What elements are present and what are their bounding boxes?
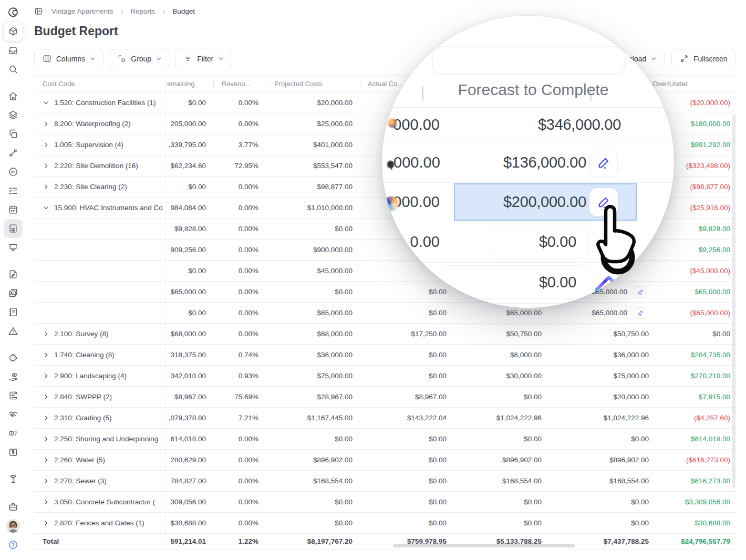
filter-button[interactable]: Filter: [175, 49, 232, 68]
expand-chevron-icon[interactable]: [43, 499, 54, 505]
over_under-cell: ($45,000.00): [650, 261, 738, 281]
projected-cell: $0.00: [266, 219, 360, 239]
edit-pencil-button[interactable]: [589, 188, 618, 216]
sidebar-item-cash-flow[interactable]: [4, 424, 23, 443]
table-row: 2.100: Survey (8)$68,000.000.00%$68,000.…: [34, 324, 738, 345]
sidebar-item-photos[interactable]: [4, 284, 23, 303]
expand-chevron-icon[interactable]: [43, 351, 54, 358]
magnified-row-separator: [382, 143, 674, 143]
remaining-cell: 614,018.00: [165, 429, 213, 449]
sidebar-item-commitments[interactable]: [4, 405, 23, 424]
sidebar-item-inbox[interactable]: [4, 41, 23, 60]
sidebar-item-help[interactable]: [4, 535, 23, 554]
sidebar-item-specifications[interactable]: [4, 303, 23, 322]
over_under-cell: $9,256.00: [650, 240, 738, 260]
projected-cell: $0.00: [266, 513, 360, 533]
estimated-cell: $65,000.00: [549, 303, 650, 323]
actual-cell: $0.00: [360, 450, 454, 470]
forecast-cell: $0.00: [454, 429, 549, 449]
remaining-cell: $0.00: [165, 92, 213, 113]
remaining-cell: $68,000.00: [165, 324, 213, 344]
over_under-cell: $614,018.00: [650, 429, 738, 449]
fullscreen-button[interactable]: Fullscreen: [671, 49, 736, 68]
expand-chevron-icon[interactable]: [43, 120, 54, 127]
sidebar-item-contracts[interactable]: [4, 386, 23, 405]
expand-chevron-icon[interactable]: [43, 478, 54, 484]
cost-code-cell: [34, 303, 165, 323]
expand-chevron-icon[interactable]: [43, 435, 54, 442]
over_under-cell: $284,735.00: [650, 345, 738, 365]
magnified-button-outline: [432, 46, 625, 75]
collapse-chevron-icon[interactable]: [43, 99, 54, 106]
edit-pencil-button[interactable]: [589, 149, 618, 177]
estimated-cell: $50,750.00: [549, 324, 650, 344]
expand-chevron-icon[interactable]: [43, 162, 54, 169]
header-cost-code: Cost Code: [34, 76, 165, 92]
edit-pencil-button[interactable]: [635, 286, 646, 298]
projected-cell: $0.00: [266, 429, 360, 449]
sidebar-item-payments[interactable]: [4, 367, 23, 386]
sidebar-item-layers[interactable]: [4, 106, 23, 125]
panel-toggle-icon[interactable]: [34, 7, 43, 16]
revenue-cell: 0.00%: [213, 429, 266, 449]
sidebar-item-rfi[interactable]: RFI: [4, 162, 23, 181]
collapse-chevron-icon[interactable]: [43, 204, 54, 211]
sidebar-item-avatar[interactable]: [4, 516, 23, 535]
estimated-cell: $1,024,222.96: [549, 408, 650, 428]
expand-chevron-icon[interactable]: [43, 183, 54, 190]
vertical-scrollbar[interactable]: [732, 115, 735, 489]
sidebar-item-project-cube[interactable]: [4, 22, 23, 41]
expand-chevron-icon[interactable]: [43, 372, 54, 379]
project-cube-icon: [8, 26, 18, 37]
revenue-cell: 0.00%: [213, 471, 266, 491]
sidebar-item-drawings[interactable]: [4, 265, 23, 284]
horizontal-scrollbar[interactable]: [393, 544, 575, 547]
sidebar-item-workflow[interactable]: [4, 143, 23, 162]
projected-cell: $20,000.00: [266, 92, 360, 113]
cost-code-cell: 2.260: Water (5): [34, 450, 165, 470]
cost-code-cell: 2.900: Landscaping (4): [34, 366, 165, 386]
columns-button[interactable]: Columns: [34, 49, 104, 68]
sidebar-item-home[interactable]: [4, 87, 23, 106]
header-separator: [360, 81, 360, 88]
tools-icon: [8, 474, 18, 484]
sidebar-item-invoices[interactable]: [4, 443, 23, 462]
expand-chevron-icon[interactable]: [43, 520, 54, 526]
expand-chevron-icon[interactable]: [43, 457, 54, 463]
remaining-cell: 342,010.00: [165, 366, 213, 386]
header-remaining: emaining: [165, 76, 213, 92]
over_under-cell: $616,273.00: [650, 471, 738, 491]
breadcrumb-item-reports[interactable]: Reports: [130, 7, 155, 15]
sidebar-item-tools[interactable]: [4, 470, 23, 489]
expand-chevron-icon[interactable]: [43, 330, 54, 337]
group-button[interactable]: Group: [109, 49, 170, 68]
sidebar-item-issues[interactable]: [4, 322, 23, 340]
sidebar-item-copy[interactable]: [4, 125, 23, 143]
header-projected-costs: Projected Costs: [266, 76, 360, 92]
forecast-cell: $1,024,222.96: [454, 408, 549, 428]
expand-chevron-icon[interactable]: [43, 141, 54, 148]
sidebar-item-presentation[interactable]: [4, 238, 23, 257]
help-icon: [8, 540, 18, 550]
sidebar-item-checklist[interactable]: [4, 181, 23, 200]
revenue-cell: 0.00%: [213, 177, 266, 197]
logo-icon: [8, 7, 18, 18]
remaining-cell: $62,234.60: [165, 155, 213, 176]
actual-cell: $0.00: [360, 471, 454, 491]
edit-pencil-button[interactable]: [635, 307, 646, 319]
sidebar-item-search[interactable]: [4, 60, 23, 79]
magnified-forecast-value: $200,000.00: [503, 193, 586, 211]
breadcrumb-item-budget[interactable]: Budget: [172, 7, 195, 15]
sidebar-item-briefcase[interactable]: [4, 497, 23, 516]
cash-flow-icon: [8, 428, 18, 439]
sidebar-item-budget-table[interactable]: [4, 219, 23, 238]
expand-chevron-icon[interactable]: [43, 414, 54, 421]
sidebar-item-piggy-bank[interactable]: [4, 348, 23, 367]
breadcrumb-item-project[interactable]: Vintage Apartments: [51, 7, 113, 15]
remaining-cell: 984,084.00: [165, 198, 213, 218]
sidebar-item-logo: [4, 3, 23, 22]
table-row: 2.250: Shoring and Underpinning614,018.0…: [34, 429, 738, 450]
sidebar-item-calendar[interactable]: [4, 200, 23, 219]
expand-chevron-icon[interactable]: [43, 393, 54, 400]
magnified-row-separator: [382, 107, 674, 108]
